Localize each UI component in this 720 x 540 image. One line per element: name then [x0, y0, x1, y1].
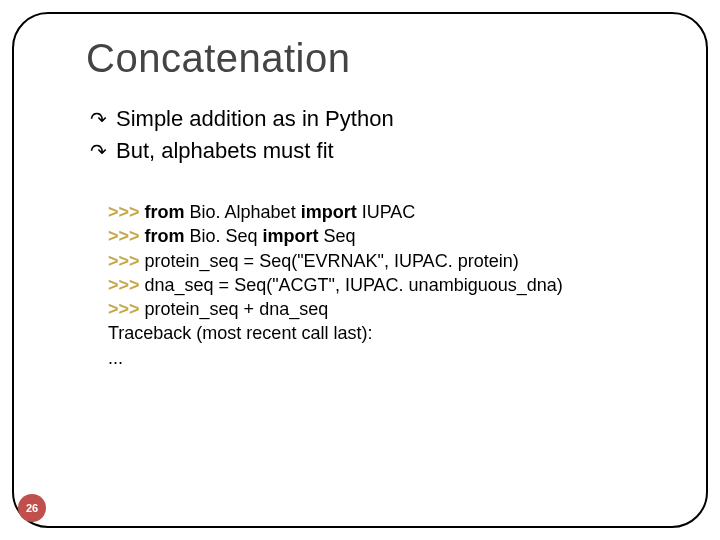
code-line: >>> protein_seq + dna_seq: [108, 297, 660, 321]
keyword: from: [145, 202, 185, 222]
keyword: from: [145, 226, 185, 246]
code-line: ...: [108, 346, 660, 370]
page-number: 26: [26, 502, 38, 514]
code-text: Traceback (most recent call last):: [108, 323, 372, 343]
code-text: IUPAC: [357, 202, 416, 222]
bullet-marker-icon: ↷: [90, 106, 107, 133]
page-number-badge: 26: [18, 494, 46, 522]
bullet-list: ↷Simple addition as in Python↷But, alpha…: [90, 104, 660, 167]
code-text: protein_seq + dna_seq: [145, 299, 329, 319]
code-text: protein_seq = Seq("EVRNAK", IUPAC. prote…: [145, 251, 519, 271]
code-text: dna_seq = Seq("ACGT", IUPAC. unambiguous…: [145, 275, 563, 295]
slide-title: Concatenation: [86, 36, 350, 81]
code-text: Bio. Seq: [185, 226, 263, 246]
code-line: >>> dna_seq = Seq("ACGT", IUPAC. unambig…: [108, 273, 660, 297]
code-line: Traceback (most recent call last):: [108, 321, 660, 345]
keyword: import: [263, 226, 319, 246]
prompt: >>>: [108, 226, 145, 246]
bullet-text: But, alphabets must fit: [116, 138, 334, 163]
code-line: >>> from Bio. Seq import Seq: [108, 224, 660, 248]
prompt: >>>: [108, 275, 145, 295]
code-text: Bio. Alphabet: [185, 202, 301, 222]
prompt: >>>: [108, 251, 145, 271]
bullet-marker-icon: ↷: [90, 138, 107, 165]
bullet-text: Simple addition as in Python: [116, 106, 394, 131]
code-text: Seq: [319, 226, 356, 246]
slide: Concatenation ↷Simple addition as in Pyt…: [0, 0, 720, 540]
code-text: ...: [108, 348, 123, 368]
prompt: >>>: [108, 202, 145, 222]
code-line: >>> protein_seq = Seq("EVRNAK", IUPAC. p…: [108, 249, 660, 273]
bullet-item: ↷But, alphabets must fit: [90, 136, 660, 166]
code-block: >>> from Bio. Alphabet import IUPAC>>> f…: [108, 200, 660, 370]
bullet-item: ↷Simple addition as in Python: [90, 104, 660, 134]
code-line: >>> from Bio. Alphabet import IUPAC: [108, 200, 660, 224]
prompt: >>>: [108, 299, 145, 319]
keyword: import: [301, 202, 357, 222]
